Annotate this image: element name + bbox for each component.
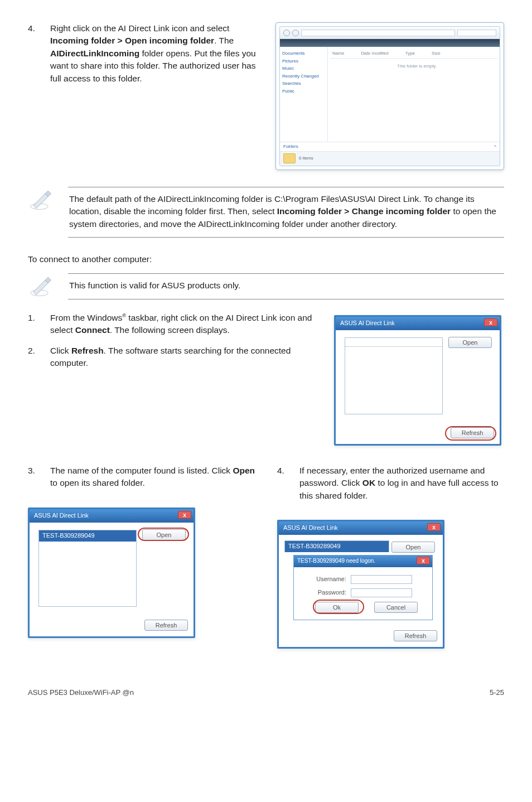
column-headers: Name Date modified Type Size	[330, 49, 497, 59]
page-number: 5-25	[490, 688, 504, 698]
step-number: 3.	[28, 465, 50, 490]
step-number: 1.	[28, 312, 50, 337]
folder-icon	[283, 153, 296, 163]
step-number: 4.	[277, 465, 299, 502]
note-pencil-icon	[28, 273, 55, 301]
sidebar-item[interactable]: Documents	[282, 50, 325, 57]
computer-list[interactable]	[345, 337, 443, 414]
username-field[interactable]	[351, 575, 412, 584]
chevron-up-icon[interactable]: ^	[494, 143, 496, 150]
password-label: Password:	[318, 588, 346, 597]
login-title-text: TEST-B309289049 need logon.	[297, 558, 375, 564]
t: Right click on the AI Direct Link icon a…	[50, 23, 229, 33]
sidebar-item[interactable]: Pictures	[282, 58, 325, 65]
nav-back-icon[interactable]	[283, 30, 290, 36]
search-input[interactable]	[457, 30, 496, 36]
cancel-button[interactable]: Cancel	[374, 602, 418, 613]
window-title: ASUS AI Direct Link	[283, 524, 338, 531]
col[interactable]: Size	[432, 50, 441, 57]
login-dialog: TEST-B309289049 need logon. x Username: …	[293, 555, 433, 620]
t: AIDirectLinkIncoming	[50, 49, 139, 58]
t: OK	[362, 478, 375, 487]
refresh-button[interactable]: Refresh	[394, 630, 437, 641]
t: . The following screen displays.	[110, 325, 230, 335]
col[interactable]: Type	[405, 50, 415, 57]
highlight-oval-icon	[313, 600, 364, 614]
highlight-oval-icon	[445, 426, 496, 441]
sidebar-item[interactable]: Music	[282, 65, 325, 72]
step4b-text: If necessary, enter the authorized usern…	[299, 465, 504, 502]
computer-list[interactable]: TEST-B309289049	[38, 530, 137, 607]
step1-text: From the Windows® taskbar, right click o…	[50, 312, 320, 337]
t: Incoming folder > Open incoming folder	[50, 36, 214, 45]
username-label: Username:	[316, 575, 346, 584]
open-button[interactable]: Open	[448, 337, 492, 348]
close-icon[interactable]: x	[427, 523, 441, 531]
sidebar-item[interactable]: Searches	[282, 80, 325, 87]
empty-message: This folder is empty.	[330, 59, 497, 70]
footer-left: ASUS P5E3 Deluxe/WiFi-AP @n	[28, 688, 134, 698]
direct-link-window: ASUS AI Direct Link x Open Refresh	[334, 315, 501, 446]
t: Refresh	[71, 346, 104, 355]
t: Click	[50, 346, 71, 355]
open-button[interactable]: Open	[391, 542, 435, 553]
window-titlebar: ASUS AI Direct Link x	[279, 521, 443, 535]
t: to open its shared folder.	[50, 478, 145, 487]
folders-toggle[interactable]: Folders	[283, 144, 298, 149]
t: Connect	[75, 325, 110, 335]
explorer-window: Documents Pictures Music Recently Change…	[275, 22, 504, 170]
nav-forward-icon[interactable]	[292, 30, 299, 36]
direct-link-window: ASUS AI Direct Link x TEST-B309289049 Op…	[277, 520, 444, 648]
close-icon[interactable]: x	[484, 318, 497, 326]
window-title: ASUS AI Direct Link	[340, 320, 395, 326]
t: . The	[214, 36, 234, 45]
toolbar	[280, 39, 500, 47]
connect-heading: To connect to another computer:	[28, 253, 504, 265]
window-title: ASUS AI Direct Link	[34, 512, 89, 519]
col[interactable]: Date modified	[361, 50, 388, 57]
col[interactable]: Name	[332, 50, 344, 57]
highlight-oval-icon	[138, 528, 189, 541]
refresh-button[interactable]: Refresh	[144, 620, 188, 631]
item-count: 0 items	[299, 155, 313, 162]
explorer-sidebar: Documents Pictures Music Recently Change…	[280, 47, 328, 142]
login-titlebar: TEST-B309289049 need logon. x	[294, 555, 432, 567]
sidebar-item[interactable]: Recently Changed	[282, 73, 325, 80]
t: From the Windows	[50, 313, 122, 322]
address-bar[interactable]	[301, 30, 455, 36]
close-icon[interactable]: x	[178, 511, 191, 519]
window-titlebar: ASUS AI Direct Link x	[30, 509, 194, 523]
note-box: The default path of the AIDirectLinkInco…	[68, 187, 504, 238]
note-box: This function is valid for ASUS products…	[68, 273, 504, 299]
direct-link-window: ASUS AI Direct Link x TEST-B309289049 Op…	[28, 508, 195, 638]
note-pencil-icon	[28, 187, 55, 215]
password-field[interactable]	[351, 588, 412, 597]
step2-text: Click Refresh. The software starts searc…	[50, 345, 320, 370]
t: Incoming folder > Change incoming folder	[277, 206, 451, 216]
sidebar-item[interactable]: Public	[282, 88, 325, 95]
list-item[interactable]: TEST-B309289049	[39, 530, 136, 542]
step-number: 4.	[28, 22, 50, 85]
t: The name of the computer found is listed…	[50, 466, 233, 475]
window-titlebar: ASUS AI Direct Link x	[336, 317, 500, 330]
step-number: 2.	[28, 345, 50, 370]
list-item[interactable]: TEST-B309289049	[284, 540, 389, 552]
step4-text: Right click on the AI Direct Link icon a…	[50, 22, 262, 85]
t: Open	[233, 466, 255, 475]
step3-text: The name of the computer found is listed…	[50, 465, 255, 490]
close-icon[interactable]: x	[417, 557, 430, 564]
